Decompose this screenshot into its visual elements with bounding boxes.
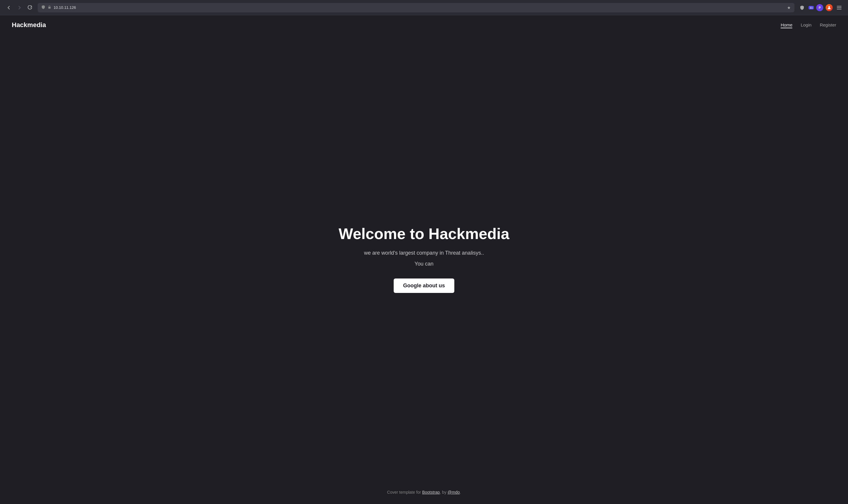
footer-text: Cover template for Bootstrap, by @mdo. xyxy=(387,490,461,494)
svg-point-1 xyxy=(828,6,830,7)
bootstrap-link[interactable]: Bootstrap xyxy=(422,490,440,494)
hero-section: Welcome to Hackmedia we are world's larg… xyxy=(0,35,848,483)
svg-rect-4 xyxy=(837,9,842,10)
avatar-purple[interactable]: P xyxy=(816,4,823,11)
svg-rect-3 xyxy=(837,7,842,8)
shield-icon xyxy=(41,5,46,10)
nav-item-home: Home xyxy=(780,22,792,28)
forward-button[interactable] xyxy=(15,3,23,12)
nav-buttons xyxy=(5,3,34,12)
menu-button[interactable] xyxy=(835,3,843,12)
svg-rect-0 xyxy=(48,7,51,8)
browser-toolbar: 10.10.11.126 ★ 11 P xyxy=(0,0,848,15)
lock-icon xyxy=(48,5,51,10)
nav-menu: Home Login Register xyxy=(780,22,836,28)
navbar: Hackmedia Home Login Register xyxy=(0,15,848,35)
nav-link-home[interactable]: Home xyxy=(780,22,792,29)
brand-logo[interactable]: Hackmedia xyxy=(12,21,46,29)
nav-item-login: Login xyxy=(800,22,811,28)
browser-actions: 11 P xyxy=(798,3,843,12)
bookmark-icon[interactable]: ★ xyxy=(787,5,791,10)
mdo-link[interactable]: @mdo xyxy=(448,490,459,494)
nav-item-register: Register xyxy=(820,22,836,28)
address-bar[interactable]: 10.10.11.126 ★ xyxy=(38,3,794,12)
url-text: 10.10.11.126 xyxy=(54,5,785,10)
avatar-orange[interactable] xyxy=(826,4,833,11)
shield-action-button[interactable] xyxy=(798,3,806,12)
extension-badge[interactable]: 11 xyxy=(809,6,814,10)
footer: Cover template for Bootstrap, by @mdo. xyxy=(0,483,848,504)
nav-link-register[interactable]: Register xyxy=(820,22,836,29)
footer-text-before: Cover template for xyxy=(387,490,422,494)
hero-subtitle2: You can xyxy=(415,260,433,268)
back-button[interactable] xyxy=(5,3,13,12)
footer-text-middle: , by xyxy=(440,490,448,494)
hero-subtitle1: we are world's largest company in Threat… xyxy=(364,249,484,257)
reload-button[interactable] xyxy=(26,3,34,12)
hero-title: Welcome to Hackmedia xyxy=(339,224,509,243)
website-content: Hackmedia Home Login Register Welcome to… xyxy=(0,15,848,504)
svg-rect-2 xyxy=(837,6,842,6)
footer-text-after: . xyxy=(460,490,461,494)
google-about-us-button[interactable]: Google about us xyxy=(394,278,454,293)
nav-link-login[interactable]: Login xyxy=(800,22,811,29)
